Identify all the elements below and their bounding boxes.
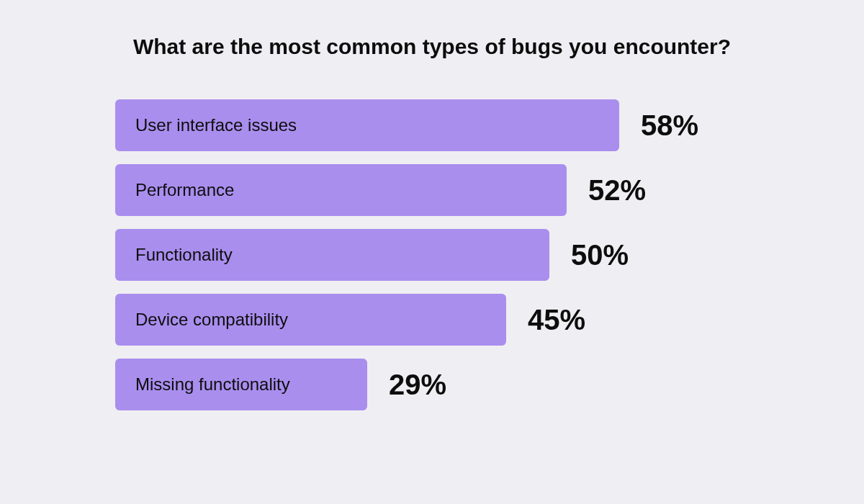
bar-row: Device compatibility 45% [115,294,792,346]
bar-value-label: 45% [528,304,585,336]
chart-title: What are the most common types of bugs y… [0,35,864,59]
bar: Functionality [115,229,549,281]
bar: Performance [115,164,567,216]
bar: User interface issues [115,99,619,151]
bar-row: User interface issues 58% [115,99,792,151]
bar-value-label: 50% [571,239,629,271]
bar: Device compatibility [115,294,506,346]
bar-row: Performance 52% [115,164,792,216]
bar: Missing functionality [115,359,367,410]
bar-value-label: 29% [389,369,446,401]
bar-row: Missing functionality 29% [115,359,792,410]
bar-value-label: 58% [641,109,698,142]
bar-row: Functionality 50% [115,229,792,281]
bar-value-label: 52% [588,174,646,207]
bar-chart: User interface issues 58% Performance 52… [0,99,864,410]
